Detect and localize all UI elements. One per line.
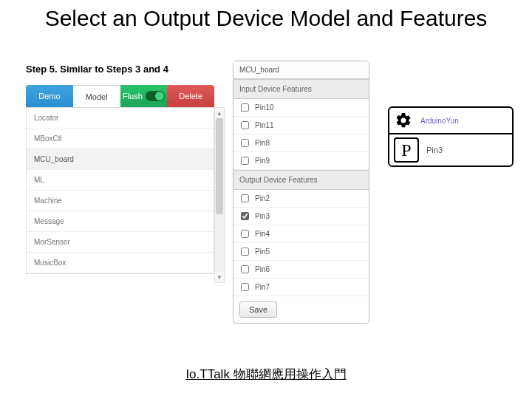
page-title: Select an Output Device Model and Featur… <box>0 0 532 32</box>
save-button[interactable]: Save <box>239 301 277 318</box>
input-feature-label: Pin11 <box>255 121 274 129</box>
tab-demo[interactable]: Demo <box>26 85 73 107</box>
model-item[interactable]: MCU_board <box>27 149 214 170</box>
tab-delete[interactable]: Delete <box>167 85 214 107</box>
features-panel: MCU_board Input Device Features Pin10Pin… <box>233 61 369 324</box>
input-feature-checkbox[interactable] <box>241 103 249 112</box>
model-item[interactable]: MBoxCtl <box>27 129 214 149</box>
input-feature-row[interactable]: Pin11 <box>233 117 369 134</box>
tab-flush-label: Flush <box>123 92 143 100</box>
input-feature-label: Pin9 <box>255 157 270 165</box>
input-feature-checkbox[interactable] <box>241 139 249 147</box>
device-name-header: MCU_board <box>233 61 369 79</box>
model-item[interactable]: MorSensor <box>27 232 214 253</box>
output-feature-checkbox[interactable] <box>241 283 249 291</box>
output-feature-checkbox[interactable] <box>241 230 249 238</box>
input-feature-label: Pin10 <box>255 103 274 112</box>
output-feature-label: Pin5 <box>255 248 270 256</box>
input-feature-checkbox[interactable] <box>241 157 249 165</box>
output-feature-label: Pin3 <box>255 212 270 220</box>
output-feature-row[interactable]: Pin4 <box>233 225 369 243</box>
output-feature-label: Pin2 <box>255 194 270 202</box>
scroll-down-icon[interactable]: ▼ <box>215 272 224 282</box>
output-feature-checkbox[interactable] <box>241 265 249 273</box>
model-list: LocatorMBoxCtlMCU_boardMLMachineMessageM… <box>26 107 214 274</box>
model-item[interactable]: Machine <box>27 191 214 211</box>
scrollbar[interactable]: ▲ ▼ <box>214 107 225 283</box>
output-feature-row[interactable]: Pin6 <box>233 261 369 279</box>
output-feature-label: Pin6 <box>255 265 270 273</box>
model-item[interactable]: Message <box>27 211 214 232</box>
input-feature-label: Pin8 <box>255 139 270 147</box>
flush-toggle[interactable] <box>146 91 165 101</box>
save-row: Save <box>233 296 369 323</box>
step-caption: Step 5. Similar to Steps 3 and 4 <box>26 64 168 75</box>
model-item[interactable]: Locator <box>27 108 214 129</box>
gear-icon <box>394 111 413 130</box>
output-feature-checkbox[interactable] <box>241 194 249 202</box>
device-summary-row-settings[interactable]: ArduinoYun <box>389 108 512 133</box>
output-feature-label: Pin4 <box>255 230 270 238</box>
scroll-thumb[interactable] <box>216 118 223 214</box>
output-feature-row[interactable]: Pin7 <box>233 279 369 296</box>
device-summary-box: ArduinoYun P Pin3 <box>388 106 514 167</box>
output-feature-row[interactable]: Pin5 <box>233 243 369 261</box>
output-features-header: Output Device Features <box>233 170 369 190</box>
input-feature-row[interactable]: Pin10 <box>233 99 369 117</box>
device-summary-row-pin[interactable]: P Pin3 <box>389 133 512 166</box>
tab-flush[interactable]: Flush <box>120 85 168 107</box>
tab-model[interactable]: Model <box>73 85 120 107</box>
footer-link[interactable]: Io.TTalk 物聯網應用操作入門 <box>0 366 532 383</box>
output-feature-label: Pin7 <box>255 283 270 291</box>
p-icon: P <box>394 137 419 163</box>
input-feature-row[interactable]: Pin9 <box>233 152 369 170</box>
tab-bar: Demo Model Flush Delete <box>26 85 214 107</box>
model-item[interactable]: ML <box>27 170 214 191</box>
model-item[interactable]: MusicBox <box>27 253 214 273</box>
input-feature-checkbox[interactable] <box>241 121 249 129</box>
device-board-label: ArduinoYun <box>420 117 459 125</box>
selected-pin-label: Pin3 <box>426 146 443 154</box>
output-feature-checkbox[interactable] <box>241 248 249 256</box>
model-panel: Demo Model Flush Delete LocatorMBoxCtlMC… <box>26 85 214 274</box>
input-feature-row[interactable]: Pin8 <box>233 134 369 152</box>
output-feature-checkbox[interactable] <box>241 212 249 220</box>
scroll-up-icon[interactable]: ▲ <box>215 108 224 118</box>
output-feature-row[interactable]: Pin3 <box>233 208 369 225</box>
output-feature-row[interactable]: Pin2 <box>233 190 369 208</box>
input-features-header: Input Device Features <box>233 79 369 99</box>
